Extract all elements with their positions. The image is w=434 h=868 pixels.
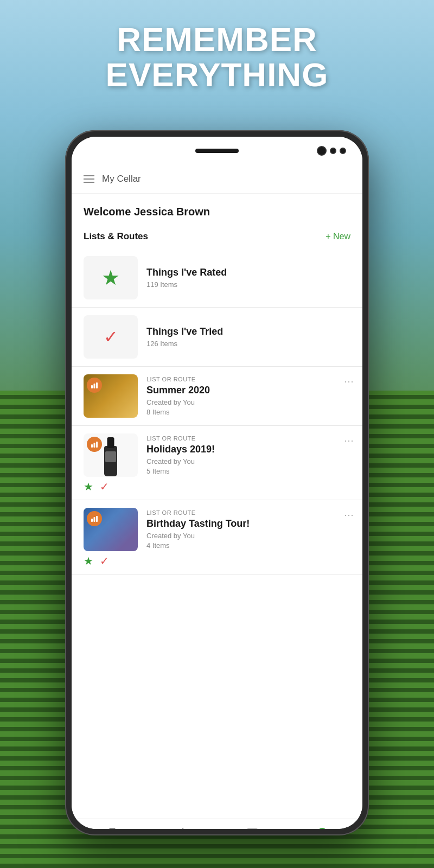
- svg-rect-6: [91, 519, 93, 522]
- svg-rect-0: [91, 385, 93, 388]
- action-star-birthday[interactable]: ★: [84, 554, 93, 567]
- svg-line-17: [182, 828, 183, 829]
- nav-item-todo[interactable]: To Do: [217, 827, 287, 829]
- item-name-tried: Things I've Tried: [146, 326, 350, 337]
- welcome-section: Welcome Jessica Brown: [72, 194, 362, 224]
- phone-frame: My Cellar Welcome Jessica Brown Lists & …: [65, 130, 369, 835]
- item-count-tried: 126 Items: [146, 340, 350, 348]
- action-star-holidays[interactable]: ★: [84, 480, 93, 493]
- item-info-holidays2019: LIST OR ROUTE Holidays 2019! Created by …: [146, 435, 350, 475]
- hero-text: REMEMBER EVERYTHING: [0, 22, 434, 92]
- wine-glass-icon: [105, 827, 119, 829]
- camera-lens-secondary: [330, 148, 336, 154]
- nav-item-wineries[interactable]: Wineries: [147, 827, 217, 829]
- svg-rect-5: [96, 442, 98, 448]
- item-created-holidays2019: Created by You: [146, 457, 350, 465]
- list-item-tried[interactable]: ✓ Things I've Tried 126 Items: [72, 308, 362, 367]
- nav-item-mycellar[interactable]: My Cellar: [287, 827, 357, 829]
- star-icon: ★: [101, 266, 120, 290]
- item-actions-birthday: ★ ✓: [84, 554, 109, 567]
- menu-icon[interactable]: [84, 175, 94, 183]
- item-name-holidays2019: Holidays 2019!: [146, 444, 350, 455]
- list-item-rated[interactable]: ★ Things I've Rated 119 Items: [72, 248, 362, 308]
- bottom-nav: Wines Wineries: [72, 819, 362, 829]
- svg-rect-8: [96, 516, 98, 522]
- item-info-birthday: LIST OR ROUTE Birthday Tasting Tour! Cre…: [146, 509, 350, 550]
- cellar-arch-icon: [315, 827, 329, 829]
- welcome-text: Welcome Jessica Brown: [84, 206, 350, 218]
- header-title: My Cellar: [102, 174, 141, 184]
- item-label-birthday: LIST OR ROUTE: [146, 509, 350, 516]
- thumbnail-tried: ✓: [84, 315, 138, 359]
- thumbnail-rated: ★: [84, 256, 138, 299]
- new-list-button[interactable]: + New: [326, 232, 350, 241]
- svg-rect-7: [94, 517, 95, 522]
- grapes-icon: [175, 827, 189, 829]
- item-created-summer2020: Created by You: [146, 398, 350, 406]
- list-badge-holidays: [87, 437, 102, 452]
- thumbnail-birthday: [84, 508, 138, 551]
- item-label-summer2020: LIST OR ROUTE: [146, 376, 350, 382]
- list-item-birthday[interactable]: LIST OR ROUTE Birthday Tasting Tour! Cre…: [72, 500, 362, 575]
- item-name-summer2020: Summer 2020: [146, 385, 350, 396]
- action-check-birthday[interactable]: ✓: [100, 554, 109, 567]
- more-options-holidays2019[interactable]: ⋯: [344, 435, 354, 446]
- item-count-holidays2019: 5 Items: [146, 467, 350, 475]
- nav-item-wines[interactable]: Wines: [77, 827, 147, 829]
- item-count-birthday: 4 Items: [146, 541, 350, 550]
- more-options-summer2020[interactable]: ⋯: [344, 375, 354, 387]
- list-item-holidays2019[interactable]: LIST OR ROUTE Holidays 2019! Created by …: [72, 426, 362, 500]
- item-created-birthday: Created by You: [146, 532, 350, 540]
- section-title: Lists & Routes: [84, 231, 148, 242]
- camera-lens-tertiary: [340, 148, 346, 154]
- item-actions-holidays2019: ★ ✓: [84, 480, 109, 493]
- camera-lens-main: [317, 146, 327, 156]
- item-name-birthday: Birthday Tasting Tour!: [146, 518, 350, 529]
- app-content: Welcome Jessica Brown Lists & Routes + N…: [72, 194, 362, 819]
- more-options-birthday[interactable]: ⋯: [344, 509, 354, 521]
- check-icon: ✓: [104, 327, 118, 347]
- svg-rect-2: [96, 382, 98, 388]
- phone-top-bar: [72, 137, 362, 165]
- item-label-holidays2019: LIST OR ROUTE: [146, 435, 350, 442]
- svg-rect-4: [94, 443, 95, 448]
- speaker-notch: [195, 149, 239, 153]
- item-count-summer2020: 8 Items: [146, 408, 350, 416]
- svg-rect-1: [94, 384, 95, 388]
- list-item-summer2020[interactable]: LIST OR ROUTE Summer 2020 Created by You…: [72, 367, 362, 426]
- section-header: Lists & Routes + New: [72, 224, 362, 248]
- app-header: My Cellar: [72, 165, 362, 194]
- item-name-rated: Things I've Rated: [146, 267, 350, 278]
- action-check-holidays[interactable]: ✓: [100, 480, 109, 493]
- camera-module: [317, 146, 346, 156]
- phone-screen: My Cellar Welcome Jessica Brown Lists & …: [72, 137, 362, 829]
- todo-icon: [245, 827, 259, 829]
- svg-rect-3: [91, 444, 93, 448]
- list-badge-birthday: [87, 511, 102, 526]
- item-info-rated: Things I've Rated 119 Items: [146, 267, 350, 289]
- list-badge-summer: [87, 378, 102, 393]
- thumbnail-summer2020: [84, 374, 138, 418]
- item-info-summer2020: LIST OR ROUTE Summer 2020 Created by You…: [146, 376, 350, 416]
- item-info-tried: Things I've Tried 126 Items: [146, 326, 350, 348]
- thumbnail-holidays2019: [84, 433, 138, 477]
- item-count-rated: 119 Items: [146, 280, 350, 289]
